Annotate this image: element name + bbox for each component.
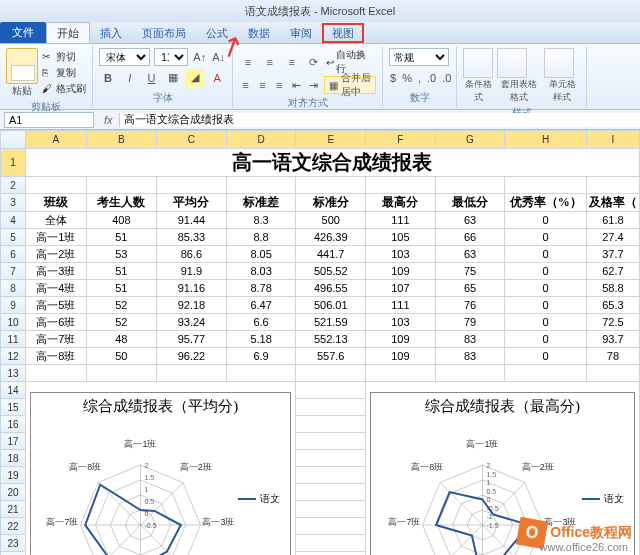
chart-avg[interactable]: 综合成绩报表（平均分)高一1班高一2班高一3班高一4班高一5班高一6班高一7班高… [25, 382, 295, 556]
data-cell[interactable]: 51 [86, 263, 157, 280]
cell[interactable] [296, 535, 366, 552]
data-cell[interactable]: 高一8班 [25, 348, 86, 365]
tab-view[interactable]: 视图 [322, 23, 364, 43]
data-cell[interactable]: 8.3 [226, 212, 296, 229]
data-cell[interactable]: 93.7 [586, 331, 639, 348]
row-header-9[interactable]: 9 [1, 297, 26, 314]
percent-icon[interactable]: % [401, 69, 413, 87]
data-cell[interactable]: 91.16 [157, 280, 227, 297]
merge-center-button[interactable]: ▦合并后居中 [324, 76, 376, 94]
table-header[interactable]: 考生人数 [86, 194, 157, 212]
dec-decimal-icon[interactable]: .0 [441, 69, 452, 87]
data-cell[interactable]: 0 [505, 314, 587, 331]
cell[interactable] [296, 433, 366, 450]
data-cell[interactable]: 111 [366, 297, 436, 314]
cell[interactable] [296, 501, 366, 518]
data-cell[interactable]: 0 [505, 331, 587, 348]
table-header[interactable]: 最低分 [435, 194, 505, 212]
col-header-D[interactable]: D [226, 131, 296, 149]
data-cell[interactable]: 500 [296, 212, 366, 229]
row-header-16[interactable]: 16 [1, 416, 26, 433]
worksheet-grid[interactable]: ABCDEFGHI1高一语文综合成绩报表23班级考生人数平均分标准差标准分最高分… [0, 130, 640, 555]
data-cell[interactable]: 83 [435, 331, 505, 348]
data-cell[interactable]: 52 [86, 297, 157, 314]
align-bottom-icon[interactable]: ≡ [283, 53, 301, 71]
data-cell[interactable]: 86.6 [157, 246, 227, 263]
table-header[interactable]: 及格率（ [586, 194, 639, 212]
col-header-C[interactable]: C [157, 131, 227, 149]
tab-insert[interactable]: 插入 [90, 23, 132, 43]
cell[interactable] [25, 365, 86, 382]
row-header-13[interactable]: 13 [1, 365, 26, 382]
data-cell[interactable]: 高一5班 [25, 297, 86, 314]
row-header-4[interactable]: 4 [1, 212, 26, 229]
align-right-icon[interactable]: ≡ [273, 76, 286, 94]
row-header-19[interactable]: 19 [1, 467, 26, 484]
col-header-I[interactable]: I [586, 131, 639, 149]
row-header-5[interactable]: 5 [1, 229, 26, 246]
formula-input[interactable] [119, 113, 640, 127]
cell[interactable] [86, 365, 157, 382]
row-header-15[interactable]: 15 [1, 399, 26, 416]
data-cell[interactable]: 109 [366, 263, 436, 280]
data-cell[interactable]: 552.13 [296, 331, 366, 348]
data-cell[interactable]: 85.33 [157, 229, 227, 246]
data-cell[interactable]: 6.9 [226, 348, 296, 365]
data-cell[interactable]: 521.59 [296, 314, 366, 331]
data-cell[interactable]: 96.22 [157, 348, 227, 365]
col-header-A[interactable]: A [25, 131, 86, 149]
data-cell[interactable]: 83 [435, 348, 505, 365]
data-cell[interactable]: 0 [505, 297, 587, 314]
tab-data[interactable]: 数据 [238, 23, 280, 43]
align-center-icon[interactable]: ≡ [256, 76, 269, 94]
data-cell[interactable]: 103 [366, 314, 436, 331]
data-cell[interactable]: 496.55 [296, 280, 366, 297]
data-cell[interactable]: 92.18 [157, 297, 227, 314]
cell[interactable] [435, 177, 505, 194]
data-cell[interactable]: 426.39 [296, 229, 366, 246]
indent-dec-icon[interactable]: ⇤ [290, 76, 303, 94]
border-button[interactable]: ▦ [164, 69, 182, 87]
row-header-18[interactable]: 18 [1, 450, 26, 467]
row-header-21[interactable]: 21 [1, 501, 26, 518]
data-cell[interactable]: 48 [86, 331, 157, 348]
cell-style-icon[interactable] [544, 48, 574, 78]
data-cell[interactable]: 63 [435, 212, 505, 229]
row-header-2[interactable]: 2 [1, 177, 26, 194]
data-cell[interactable]: 8.03 [226, 263, 296, 280]
indent-inc-icon[interactable]: ⇥ [307, 76, 320, 94]
data-cell[interactable]: 高一3班 [25, 263, 86, 280]
tab-page-layout[interactable]: 页面布局 [132, 23, 196, 43]
data-cell[interactable]: 高一2班 [25, 246, 86, 263]
data-cell[interactable]: 557.6 [296, 348, 366, 365]
data-cell[interactable]: 6.6 [226, 314, 296, 331]
underline-button[interactable]: U [143, 69, 161, 87]
data-cell[interactable]: 107 [366, 280, 436, 297]
row-header-24[interactable]: 24 [1, 552, 26, 556]
table-header[interactable]: 标准分 [296, 194, 366, 212]
currency-icon[interactable]: $ [389, 69, 397, 87]
data-cell[interactable]: 408 [86, 212, 157, 229]
table-header[interactable]: 优秀率（%） [505, 194, 587, 212]
row-header-8[interactable]: 8 [1, 280, 26, 297]
col-header-B[interactable]: B [86, 131, 157, 149]
comma-icon[interactable]: , [417, 69, 422, 87]
font-color-button[interactable]: A [208, 69, 226, 87]
cell[interactable] [226, 365, 296, 382]
align-top-icon[interactable]: ≡ [239, 53, 257, 71]
row-header-6[interactable]: 6 [1, 246, 26, 263]
data-cell[interactable]: 8.78 [226, 280, 296, 297]
cell[interactable] [296, 382, 366, 399]
data-cell[interactable]: 高一4班 [25, 280, 86, 297]
data-cell[interactable]: 63 [435, 246, 505, 263]
row-header-22[interactable]: 22 [1, 518, 26, 535]
align-left-icon[interactable]: ≡ [239, 76, 252, 94]
data-cell[interactable]: 6.47 [226, 297, 296, 314]
data-cell[interactable]: 109 [366, 348, 436, 365]
data-cell[interactable]: 全体 [25, 212, 86, 229]
data-cell[interactable]: 8.05 [226, 246, 296, 263]
data-cell[interactable]: 109 [366, 331, 436, 348]
data-cell[interactable]: 27.4 [586, 229, 639, 246]
data-cell[interactable]: 0 [505, 263, 587, 280]
data-cell[interactable]: 高一1班 [25, 229, 86, 246]
